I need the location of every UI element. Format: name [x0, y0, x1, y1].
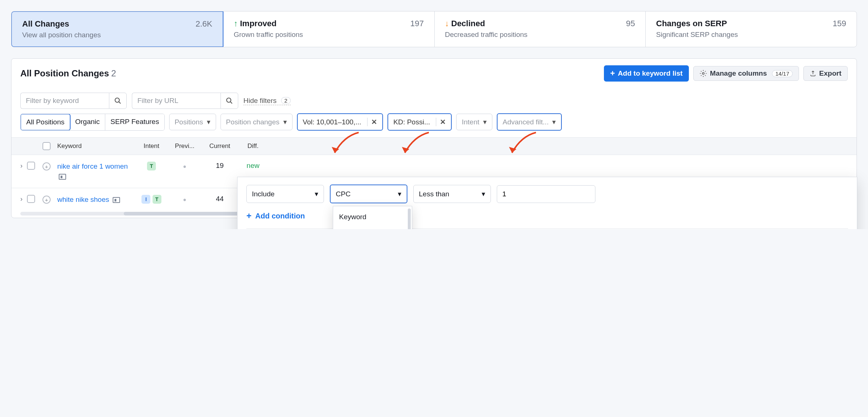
tab-title: All Changes	[22, 19, 69, 29]
columns-count-badge: 14/17	[772, 70, 793, 77]
hide-filters-toggle[interactable]: Hide filters 2	[243, 97, 291, 105]
menu-item-keyword-type[interactable]: Keyword type	[333, 225, 412, 229]
serp-snapshot-icon[interactable]	[113, 197, 120, 203]
intent-badge-t: T	[153, 195, 161, 204]
filter-chips-row: All Positions Organic SERP Features Posi…	[11, 113, 857, 137]
tab-subtitle: View all position changes	[22, 31, 212, 39]
menu-item-keyword[interactable]: Keyword	[333, 208, 412, 225]
search-icon	[226, 97, 233, 104]
tab-title: ↓Declined	[445, 19, 485, 28]
tab-subtitle: Grown traffic positions	[234, 31, 424, 39]
seg-all-positions[interactable]: All Positions	[20, 114, 71, 131]
manage-columns-button[interactable]: Manage columns 14/17	[693, 66, 799, 81]
intent-filter-chip[interactable]: Intent▾	[456, 114, 492, 130]
chevron-down-icon: ▾	[315, 190, 318, 198]
add-keyword-list-button[interactable]: + Add to keyword list	[604, 65, 689, 82]
active-filters-count: 2	[281, 97, 291, 104]
row-checkbox[interactable]	[27, 162, 35, 170]
export-button[interactable]: Export	[803, 66, 848, 81]
chevron-down-icon: ▾	[552, 118, 556, 126]
seg-organic[interactable]: Organic	[70, 114, 106, 130]
tab-count: 159	[833, 19, 846, 28]
chevron-down-icon: ▾	[207, 118, 211, 126]
url-filter-group	[132, 93, 238, 109]
summary-tabs: All Changes 2.6K View all position chang…	[11, 11, 857, 47]
url-filter-input[interactable]	[132, 93, 221, 109]
tab-subtitle: Significant SERP changes	[656, 31, 846, 39]
arrow-up-icon: ↑	[234, 19, 238, 28]
col-diff[interactable]: Diff.	[238, 142, 268, 150]
expand-row-toggle[interactable]: ›	[20, 162, 23, 170]
search-icon	[114, 97, 122, 104]
volume-filter-chip[interactable]: Vol: 10,001–100,...✕	[297, 113, 383, 131]
previous-position: •	[168, 162, 201, 172]
condition-operator-select[interactable]: Less than▾	[413, 185, 491, 203]
chevron-down-icon: ▾	[283, 118, 287, 126]
advanced-filters-panel: Include▾ CPC▾ Less than▾ +Add condition …	[237, 177, 857, 229]
menu-scrollbar[interactable]	[408, 208, 411, 229]
add-keyword-icon[interactable]: +	[42, 196, 51, 204]
close-icon[interactable]: ✕	[436, 118, 446, 126]
kd-filter-chip[interactable]: KD: Possi...✕	[387, 113, 452, 131]
keyword-link[interactable]: white nike shoes	[57, 195, 120, 205]
gear-icon	[700, 70, 707, 77]
tab-improved[interactable]: ↑Improved 197 Grown traffic positions	[223, 11, 435, 47]
select-all-checkbox[interactable]	[42, 142, 51, 150]
advanced-filters-chip[interactable]: Advanced filt...▾	[497, 113, 562, 131]
keyword-link[interactable]: nike air force 1 women	[57, 162, 135, 181]
panel-actions: + Add to keyword list Manage columns 14/…	[604, 65, 848, 82]
tab-count: 197	[410, 19, 424, 28]
url-search-button[interactable]	[221, 93, 238, 109]
svg-point-1	[115, 98, 120, 103]
plus-icon: +	[610, 69, 615, 78]
tab-subtitle: Decreased traffic positions	[445, 31, 635, 39]
keyword-filter-input[interactable]	[20, 93, 109, 109]
add-keyword-icon[interactable]: +	[42, 162, 51, 170]
row-checkbox[interactable]	[27, 195, 35, 203]
panel-title-count: 2	[111, 68, 116, 78]
panel-title: All Position Changes2	[20, 68, 116, 79]
filter-bar: Hide filters 2	[11, 88, 857, 113]
chevron-down-icon: ▾	[482, 190, 485, 198]
condition-row: Include▾ CPC▾ Less than▾	[246, 185, 848, 203]
add-condition-button[interactable]: +Add condition	[246, 209, 305, 228]
panel-header: All Position Changes2 + Add to keyword l…	[11, 59, 857, 88]
svg-line-2	[119, 102, 121, 104]
position-type-segment: All Positions Organic SERP Features	[20, 114, 165, 131]
col-keyword[interactable]: Keyword	[57, 142, 135, 150]
condition-value-input[interactable]	[497, 185, 595, 203]
position-changes-filter-chip[interactable]: Position changes▾	[221, 114, 293, 130]
svg-point-3	[227, 98, 231, 103]
previous-position: •	[168, 195, 201, 205]
seg-serp-features[interactable]: SERP Features	[105, 114, 164, 130]
svg-line-4	[230, 102, 232, 104]
current-position: 19	[201, 162, 238, 170]
serp-snapshot-icon[interactable]	[59, 174, 66, 180]
keyword-filter-group	[20, 93, 127, 109]
plus-icon: +	[246, 211, 252, 221]
expand-row-toggle[interactable]: ›	[20, 195, 23, 203]
current-position: 44	[201, 195, 238, 203]
table-header-row: Keyword Intent Previ... Current Diff.	[11, 137, 857, 155]
close-icon[interactable]: ✕	[367, 118, 377, 126]
tab-declined[interactable]: ↓Declined 95 Decreased traffic positions	[435, 11, 646, 47]
tab-serp-changes[interactable]: Changes on SERP 159 Significant SERP cha…	[646, 11, 857, 47]
positions-filter-chip[interactable]: Positions▾	[169, 114, 216, 130]
col-intent[interactable]: Intent	[135, 142, 168, 150]
field-dropdown-menu: Keyword Keyword type CPC URL Traffic Dif…	[333, 206, 412, 229]
export-icon	[810, 70, 816, 77]
tab-all-changes[interactable]: All Changes 2.6K View all position chang…	[11, 11, 223, 47]
intent-badge-t: T	[147, 162, 156, 170]
keyword-search-button[interactable]	[109, 93, 127, 109]
chevron-down-icon: ▾	[398, 190, 401, 198]
col-current[interactable]: Current	[201, 142, 238, 150]
intent-badge-i: I	[141, 195, 150, 204]
svg-point-0	[703, 73, 704, 75]
tab-title: Changes on SERP	[656, 19, 727, 28]
col-previous[interactable]: Previ...	[168, 142, 201, 150]
tab-title: ↑Improved	[234, 19, 277, 28]
position-changes-panel: All Position Changes2 + Add to keyword l…	[11, 58, 857, 218]
chevron-down-icon: ▾	[483, 118, 487, 126]
condition-mode-select[interactable]: Include▾	[246, 185, 324, 203]
condition-field-select[interactable]: CPC▾	[330, 185, 407, 203]
